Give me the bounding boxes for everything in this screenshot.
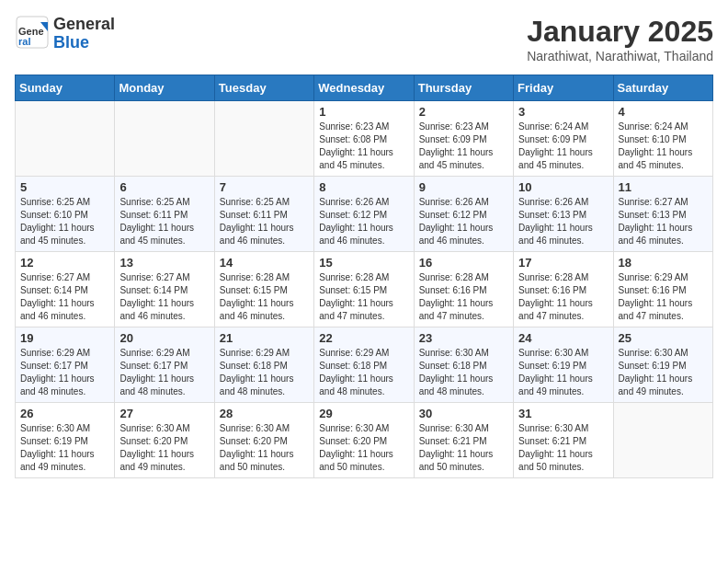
day-info: Sunrise: 6:27 AM Sunset: 6:14 PM Dayligh… — [119, 271, 209, 323]
day-info: Sunrise: 6:27 AM Sunset: 6:13 PM Dayligh… — [619, 196, 708, 247]
day-number: 21 — [220, 331, 309, 345]
day-info: Sunrise: 6:28 AM Sunset: 6:15 PM Dayligh… — [220, 271, 309, 323]
calendar-cell: 5Sunrise: 6:25 AM Sunset: 6:10 PM Daylig… — [16, 177, 115, 252]
day-number: 6 — [119, 180, 209, 194]
calendar-cell: 26Sunrise: 6:30 AM Sunset: 6:19 PM Dayli… — [16, 403, 115, 478]
day-number: 8 — [319, 180, 408, 194]
location-title: Narathiwat, Narathiwat, Thailand — [527, 49, 713, 63]
calendar-cell — [115, 101, 214, 177]
day-number: 22 — [319, 331, 408, 345]
calendar-cell: 16Sunrise: 6:28 AM Sunset: 6:16 PM Dayli… — [414, 252, 513, 327]
calendar-cell: 9Sunrise: 6:26 AM Sunset: 6:12 PM Daylig… — [414, 177, 513, 252]
day-info: Sunrise: 6:30 AM Sunset: 6:20 PM Dayligh… — [119, 422, 209, 474]
weekday-header-monday: Monday — [115, 75, 214, 101]
day-number: 30 — [419, 407, 508, 420]
calendar-cell: 15Sunrise: 6:28 AM Sunset: 6:15 PM Dayli… — [314, 252, 414, 327]
calendar-cell: 18Sunrise: 6:29 AM Sunset: 6:16 PM Dayli… — [613, 252, 712, 327]
day-info: Sunrise: 6:23 AM Sunset: 6:08 PM Dayligh… — [319, 121, 408, 172]
calendar-week-row: 1Sunrise: 6:23 AM Sunset: 6:08 PM Daylig… — [16, 101, 713, 177]
calendar-cell: 31Sunrise: 6:30 AM Sunset: 6:21 PM Dayli… — [514, 403, 613, 478]
calendar-cell: 1Sunrise: 6:23 AM Sunset: 6:08 PM Daylig… — [314, 101, 414, 177]
calendar-cell: 4Sunrise: 6:24 AM Sunset: 6:10 PM Daylig… — [613, 101, 712, 177]
day-info: Sunrise: 6:25 AM Sunset: 6:10 PM Dayligh… — [20, 196, 109, 247]
day-number: 16 — [419, 256, 508, 270]
day-number: 9 — [419, 180, 508, 194]
calendar-cell: 8Sunrise: 6:26 AM Sunset: 6:12 PM Daylig… — [314, 177, 414, 252]
calendar-cell — [16, 101, 115, 177]
day-info: Sunrise: 6:28 AM Sunset: 6:16 PM Dayligh… — [518, 271, 608, 323]
day-info: Sunrise: 6:26 AM Sunset: 6:13 PM Dayligh… — [518, 196, 608, 247]
calendar-cell: 27Sunrise: 6:30 AM Sunset: 6:20 PM Dayli… — [115, 403, 214, 478]
logo-general: General — [53, 16, 115, 34]
month-title: January 2025 — [527, 15, 713, 49]
day-number: 25 — [619, 331, 708, 345]
day-number: 12 — [20, 256, 109, 270]
day-info: Sunrise: 6:26 AM Sunset: 6:12 PM Dayligh… — [419, 196, 508, 247]
svg-text:ral: ral — [18, 36, 30, 47]
day-info: Sunrise: 6:30 AM Sunset: 6:21 PM Dayligh… — [419, 422, 508, 474]
day-info: Sunrise: 6:24 AM Sunset: 6:09 PM Dayligh… — [518, 121, 608, 172]
day-number: 28 — [220, 407, 309, 420]
logo-icon: Gene ral — [15, 15, 50, 50]
calendar-cell: 6Sunrise: 6:25 AM Sunset: 6:11 PM Daylig… — [115, 177, 214, 252]
calendar-table: SundayMondayTuesdayWednesdayThursdayFrid… — [15, 75, 713, 478]
day-info: Sunrise: 6:29 AM Sunset: 6:17 PM Dayligh… — [119, 347, 209, 398]
day-number: 11 — [619, 180, 708, 194]
day-info: Sunrise: 6:30 AM Sunset: 6:20 PM Dayligh… — [319, 422, 408, 474]
day-number: 10 — [518, 180, 608, 194]
day-number: 23 — [419, 331, 508, 345]
calendar-week-row: 26Sunrise: 6:30 AM Sunset: 6:19 PM Dayli… — [16, 403, 713, 478]
calendar-cell: 19Sunrise: 6:29 AM Sunset: 6:17 PM Dayli… — [16, 327, 115, 403]
day-number: 31 — [518, 407, 608, 420]
logo: Gene ral General Blue — [15, 15, 115, 53]
day-number: 7 — [220, 180, 309, 194]
calendar-cell: 12Sunrise: 6:27 AM Sunset: 6:14 PM Dayli… — [16, 252, 115, 327]
calendar-cell: 3Sunrise: 6:24 AM Sunset: 6:09 PM Daylig… — [514, 101, 613, 177]
day-number: 3 — [518, 105, 608, 119]
day-info: Sunrise: 6:23 AM Sunset: 6:09 PM Dayligh… — [419, 121, 508, 172]
calendar-cell: 11Sunrise: 6:27 AM Sunset: 6:13 PM Dayli… — [613, 177, 712, 252]
calendar-cell: 2Sunrise: 6:23 AM Sunset: 6:09 PM Daylig… — [414, 101, 513, 177]
logo-blue: Blue — [53, 34, 115, 52]
day-info: Sunrise: 6:25 AM Sunset: 6:11 PM Dayligh… — [220, 196, 309, 247]
calendar-cell: 25Sunrise: 6:30 AM Sunset: 6:19 PM Dayli… — [613, 327, 712, 403]
day-number: 1 — [319, 105, 408, 119]
day-number: 27 — [119, 407, 209, 420]
logo-text: General Blue — [53, 16, 115, 52]
day-info: Sunrise: 6:28 AM Sunset: 6:15 PM Dayligh… — [319, 271, 408, 323]
day-number: 17 — [518, 256, 608, 270]
day-number: 20 — [119, 331, 209, 345]
weekday-header-sunday: Sunday — [16, 75, 115, 101]
calendar-week-row: 19Sunrise: 6:29 AM Sunset: 6:17 PM Dayli… — [16, 327, 713, 403]
day-info: Sunrise: 6:30 AM Sunset: 6:21 PM Dayligh… — [518, 422, 608, 474]
calendar-header-row: SundayMondayTuesdayWednesdayThursdayFrid… — [16, 75, 713, 101]
calendar-cell — [214, 101, 313, 177]
day-info: Sunrise: 6:24 AM Sunset: 6:10 PM Dayligh… — [619, 121, 708, 172]
day-number: 13 — [119, 256, 209, 270]
calendar-cell: 13Sunrise: 6:27 AM Sunset: 6:14 PM Dayli… — [115, 252, 214, 327]
calendar-cell: 17Sunrise: 6:28 AM Sunset: 6:16 PM Dayli… — [514, 252, 613, 327]
weekday-header-saturday: Saturday — [613, 75, 712, 101]
calendar-cell: 24Sunrise: 6:30 AM Sunset: 6:19 PM Dayli… — [514, 327, 613, 403]
day-info: Sunrise: 6:30 AM Sunset: 6:19 PM Dayligh… — [20, 422, 109, 474]
day-info: Sunrise: 6:29 AM Sunset: 6:17 PM Dayligh… — [20, 347, 109, 398]
calendar-cell: 30Sunrise: 6:30 AM Sunset: 6:21 PM Dayli… — [414, 403, 513, 478]
day-info: Sunrise: 6:27 AM Sunset: 6:14 PM Dayligh… — [20, 271, 109, 323]
day-info: Sunrise: 6:30 AM Sunset: 6:20 PM Dayligh… — [220, 422, 309, 474]
day-info: Sunrise: 6:25 AM Sunset: 6:11 PM Dayligh… — [119, 196, 209, 247]
calendar-cell: 20Sunrise: 6:29 AM Sunset: 6:17 PM Dayli… — [115, 327, 214, 403]
day-info: Sunrise: 6:28 AM Sunset: 6:16 PM Dayligh… — [419, 271, 508, 323]
page-header: Gene ral General Blue January 2025 Narat… — [15, 15, 713, 63]
day-number: 29 — [319, 407, 408, 420]
day-info: Sunrise: 6:30 AM Sunset: 6:19 PM Dayligh… — [518, 347, 608, 398]
day-info: Sunrise: 6:29 AM Sunset: 6:18 PM Dayligh… — [220, 347, 309, 398]
calendar-week-row: 12Sunrise: 6:27 AM Sunset: 6:14 PM Dayli… — [16, 252, 713, 327]
day-info: Sunrise: 6:29 AM Sunset: 6:18 PM Dayligh… — [319, 347, 408, 398]
calendar-week-row: 5Sunrise: 6:25 AM Sunset: 6:10 PM Daylig… — [16, 177, 713, 252]
calendar-cell: 7Sunrise: 6:25 AM Sunset: 6:11 PM Daylig… — [214, 177, 313, 252]
calendar-cell: 22Sunrise: 6:29 AM Sunset: 6:18 PM Dayli… — [314, 327, 414, 403]
day-number: 18 — [619, 256, 708, 270]
calendar-cell: 10Sunrise: 6:26 AM Sunset: 6:13 PM Dayli… — [514, 177, 613, 252]
day-number: 26 — [20, 407, 109, 420]
calendar-cell — [613, 403, 712, 478]
